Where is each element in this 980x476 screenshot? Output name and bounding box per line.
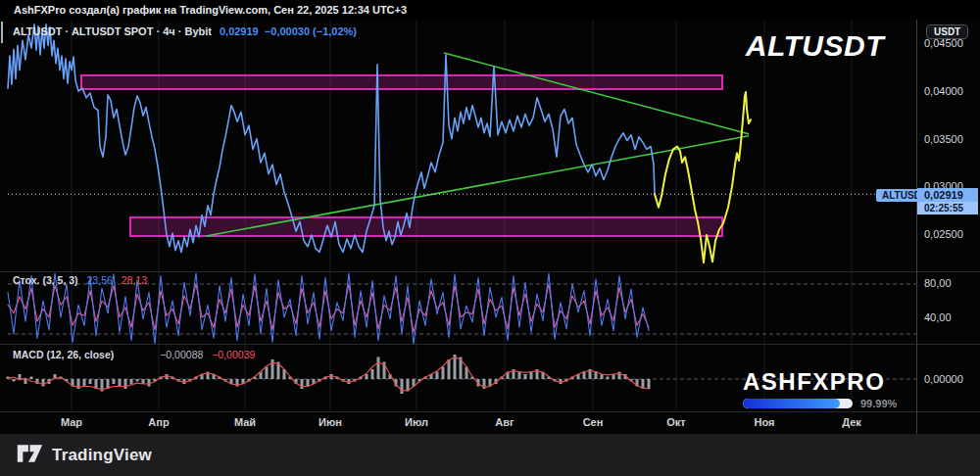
macd-legend-title[interactable]: MACD (12, 26, close) [13,349,114,360]
pane-separator-price-stoch[interactable] [0,271,980,272]
last-price-value: 0,02919 [917,188,978,202]
ashfxpro-watermark: ASHFXPRO 99.99% [743,370,897,409]
symbol-legend[interactable]: ALTUSDT · ALTUSDT SPOT · 4ч · Bybit0,029… [13,25,357,37]
time-tick-label: Июн [318,416,342,428]
last-price-badge: 0,02919 02:25:55 [917,188,978,214]
time-tick-label: Май [234,416,256,428]
time-tick-label: Дек [842,416,861,428]
price-axis-border [916,20,917,434]
time-tick-label: Ноя [755,416,775,428]
progress-bar [743,399,853,408]
macd-axis-label-zero: 0,00000 [924,373,963,385]
stoch-legend-title[interactable]: Стох. (3, 5, 3) [13,274,78,286]
tradingview-logo-icon[interactable] [17,444,43,466]
left-edge-tick [1,22,3,43]
stoch-d-value: 28,13 [122,274,147,286]
progress-percent: 99.99% [860,398,897,409]
stoch-k-value: 23,56 [87,274,113,286]
stoch-axis-label-80: 80,00 [924,277,952,289]
footer-bar: TradingView [0,434,980,476]
progress-bar-fill [743,399,840,408]
symbol-watermark: ALTUSDT [746,29,884,63]
stoch-legend[interactable]: Стох. (3, 5, 3) 23,56 28,13 [13,274,147,286]
time-tick-label: Апр [148,416,169,428]
time-tick-label: Окт [666,416,685,428]
time-tick-label: Мар [61,416,82,428]
price-tick-label: 0,02500 [924,228,963,240]
symbol-legend-title[interactable]: ALTUSDT · ALTUSDT SPOT · 4ч · Bybit [13,25,212,37]
pane-separator-stoch-macd[interactable] [0,344,980,345]
macd-legend[interactable]: MACD (12, 26, close) −0,00088 −0,00039 [13,349,255,360]
time-axis-separator [0,411,980,412]
time-tick-label: Сен [583,416,604,428]
ashfxpro-wordmark: ASHFXPRO [743,370,897,394]
macd-value: −0,00088 [160,349,203,360]
macd-signal-value: −0,00039 [212,349,255,360]
price-tick-label: 0,04000 [924,85,963,97]
legend-last-price: 0,02919 [220,25,259,37]
tradingview-logo-text[interactable]: TradingView [52,446,152,465]
stoch-axis-label-40: 40,00 [924,311,952,323]
price-tick-label: 0,03500 [924,133,963,145]
time-tick-label: Июл [405,416,428,428]
bar-countdown: 02:25:55 [917,202,978,214]
currency-toggle-button[interactable]: USDT [926,24,968,39]
time-tick-label: Авг [495,416,514,428]
legend-change: −0,00030 (−1,02%) [265,25,357,37]
tradingview-chart-window: AshFXPro создал(а) график на TradingView… [0,0,980,476]
